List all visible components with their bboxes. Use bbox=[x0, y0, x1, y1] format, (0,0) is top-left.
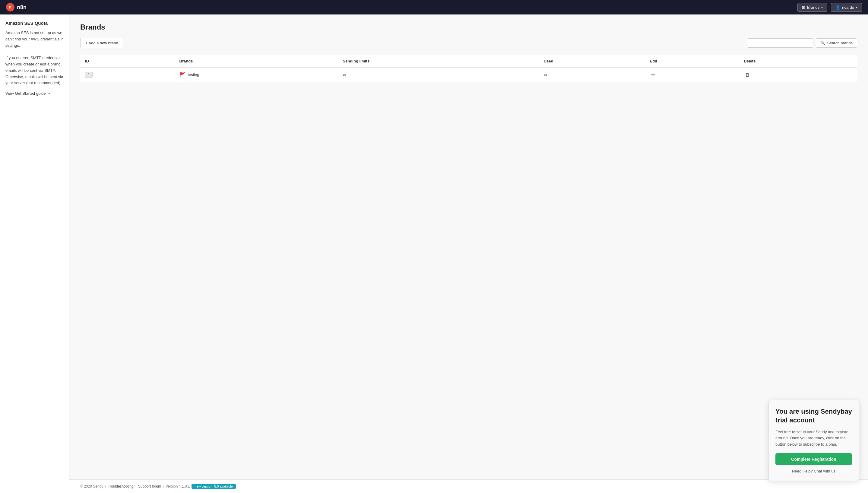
search-icon: 🔍 bbox=[820, 41, 825, 45]
col-brands: Brands bbox=[175, 55, 338, 67]
edit-brand-button[interactable]: ✏ bbox=[650, 71, 656, 78]
brand-name-cell: 🚩 testing bbox=[175, 67, 338, 82]
search-brands-label: Search brands bbox=[827, 41, 853, 45]
chat-help-link[interactable]: Need Help? Chat with us bbox=[792, 469, 836, 473]
brand-sending-limits-cell: ∞ bbox=[338, 67, 539, 82]
table-header: ID Brands Sending limits Used Edit Delet… bbox=[80, 55, 857, 67]
footer-sep-3: | bbox=[163, 484, 164, 489]
brand-flag-icon: 🚩 bbox=[179, 72, 185, 78]
brands-nav-button[interactable]: ⊞ Brands ▾ bbox=[797, 3, 827, 12]
table-body: 1 🚩 testing ∞ ∞ bbox=[80, 67, 857, 82]
footer-sep-2: | bbox=[135, 484, 136, 489]
trial-help: Need Help? Chat with us bbox=[775, 469, 852, 473]
app-name: n8n bbox=[17, 4, 26, 10]
support-link[interactable]: Support forum bbox=[138, 484, 161, 489]
col-used: Used bbox=[539, 55, 645, 67]
sidebar-body: Amazon SES is not set up as we can't fin… bbox=[5, 30, 64, 86]
col-id: ID bbox=[80, 55, 175, 67]
add-brand-button[interactable]: + Add a new brand bbox=[80, 38, 124, 48]
brand-id-badge: 1 bbox=[85, 72, 93, 78]
footer-copyright: © 2020 Sendy bbox=[80, 484, 103, 489]
user-nav-button[interactable]: 👤 ricardo ▾ bbox=[831, 3, 862, 12]
trial-body: Feel free to setup your Sendy and explor… bbox=[775, 429, 852, 448]
search-input[interactable] bbox=[747, 38, 814, 48]
trial-title: You are using Sendybay trial account bbox=[775, 407, 852, 425]
delete-brand-button[interactable]: 🗑 bbox=[744, 71, 751, 78]
top-navigation: n n8n ⊞ Brands ▾ 👤 ricardo ▾ bbox=[0, 0, 868, 15]
sidebar-text-ses: Amazon SES is not set up as we can't fin… bbox=[5, 30, 64, 48]
footer-sep-1: | bbox=[105, 484, 106, 489]
toolbar: + Add a new brand 🔍 Search brands bbox=[80, 38, 857, 48]
troubleshooting-link[interactable]: Troubleshooting bbox=[108, 484, 134, 489]
brand-name-wrapper: 🚩 testing bbox=[179, 72, 333, 78]
used-value: ∞ bbox=[544, 72, 547, 77]
sending-limits-value: ∞ bbox=[343, 72, 346, 77]
search-brands-button[interactable]: 🔍 Search brands bbox=[816, 38, 857, 48]
table-row: 1 🚩 testing ∞ ∞ bbox=[80, 67, 857, 82]
col-sending-limits: Sending limits bbox=[338, 55, 539, 67]
user-nav-label: ricardo bbox=[842, 5, 854, 10]
brand-delete-cell: 🗑 bbox=[739, 67, 857, 82]
table-header-row: ID Brands Sending limits Used Edit Delet… bbox=[80, 55, 857, 67]
sidebar: Amazon SES Quota Amazon SES is not set u… bbox=[0, 15, 69, 493]
trial-popup: You are using Sendybay trial account Fee… bbox=[769, 400, 859, 481]
topnav-right: ⊞ Brands ▾ 👤 ricardo ▾ bbox=[797, 3, 862, 12]
user-chevron-icon: ▾ bbox=[856, 6, 858, 9]
main-area: Brands + Add a new brand 🔍 Search brands… bbox=[69, 15, 868, 493]
user-icon: 👤 bbox=[836, 5, 840, 10]
app-logo: n n8n bbox=[6, 3, 26, 12]
brands-nav-label: Brands bbox=[807, 5, 820, 10]
new-version-badge[interactable]: new version: 5.0 available bbox=[192, 484, 236, 489]
sidebar-text-smtp: If you entered SMTP credentials when you… bbox=[5, 55, 64, 86]
sidebar-title: Amazon SES Quota bbox=[5, 21, 64, 26]
footer: © 2020 Sendy | Troubleshooting | Support… bbox=[69, 479, 868, 493]
logo-icon: n bbox=[6, 3, 15, 12]
complete-registration-button[interactable]: Complete Registration bbox=[775, 453, 852, 465]
brand-edit-cell: ✏ bbox=[645, 67, 739, 82]
get-started-link[interactable]: View Get Started guide → bbox=[5, 91, 51, 95]
col-delete: Delete bbox=[739, 55, 857, 67]
brand-name: testing bbox=[188, 72, 199, 77]
brand-id-cell: 1 bbox=[80, 67, 175, 82]
settings-link[interactable]: settings bbox=[5, 43, 19, 48]
page-wrapper: Amazon SES Quota Amazon SES is not set u… bbox=[0, 15, 868, 493]
col-edit: Edit bbox=[645, 55, 739, 67]
grid-icon: ⊞ bbox=[802, 5, 805, 10]
page-title: Brands bbox=[80, 23, 857, 31]
brand-used-cell: ∞ bbox=[539, 67, 645, 82]
footer-version: Version 4.1.0.1 bbox=[165, 484, 190, 489]
brands-chevron-icon: ▾ bbox=[821, 6, 823, 9]
main-content: Brands + Add a new brand 🔍 Search brands… bbox=[69, 15, 868, 479]
search-area: 🔍 Search brands bbox=[747, 38, 857, 48]
brands-table: ID Brands Sending limits Used Edit Delet… bbox=[80, 55, 857, 82]
